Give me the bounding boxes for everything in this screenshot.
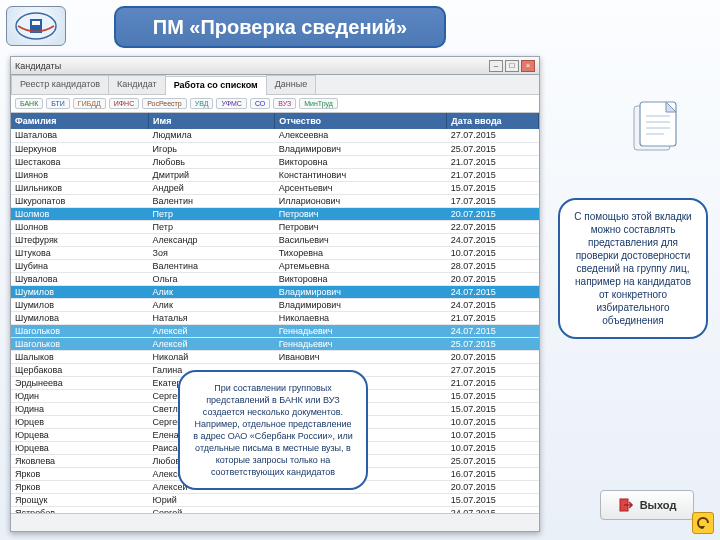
page-title: ПМ «Проверка сведений» xyxy=(153,16,407,39)
filter-РосРеестр[interactable]: РосРеестр xyxy=(142,98,187,109)
table-row[interactable]: ШумиловАликВладимирович24.07.2015 xyxy=(11,298,539,311)
exit-icon xyxy=(618,497,634,513)
table-row[interactable]: ШестаковаЛюбовьВикторовна21.07.2015 xyxy=(11,155,539,168)
window-max-button[interactable]: □ xyxy=(505,60,519,72)
table-row[interactable]: ШалыковНиколайИванович20.07.2015 xyxy=(11,350,539,363)
col-header[interactable]: Фамилия xyxy=(11,113,149,129)
filter-БАНК[interactable]: БАНК xyxy=(15,98,43,109)
exit-button-label: Выход xyxy=(640,499,677,511)
help-bubble-group-docs: При составлении групповых представлений … xyxy=(178,370,368,490)
col-header[interactable]: Имя xyxy=(149,113,275,129)
table-row[interactable]: ЯрощукЮрий15.07.2015 xyxy=(11,493,539,506)
col-header[interactable]: Дата ввода xyxy=(447,113,539,129)
tab-1[interactable]: Кандидат xyxy=(108,75,166,94)
return-arrow-icon xyxy=(696,516,710,530)
table-row[interactable]: ШумиловаНатальяНиколаевна21.07.2015 xyxy=(11,311,539,324)
table-row[interactable]: ШкуропатовВалентинИлларионович17.07.2015 xyxy=(11,194,539,207)
org-logo xyxy=(6,6,66,46)
table-row[interactable]: ШильниковАндрейАрсентьевич15.07.2015 xyxy=(11,181,539,194)
tab-2[interactable]: Работа со списком xyxy=(165,76,267,95)
filter-bar: БАНКБТИГИБДДИФНСРосРеестрУВДУФМССОВУЗМин… xyxy=(11,95,539,113)
filter-УФМС[interactable]: УФМС xyxy=(216,98,246,109)
filter-МинТруд[interactable]: МинТруд xyxy=(299,98,338,109)
table-row[interactable]: ШеркуновИгорьВладимирович25.07.2015 xyxy=(11,142,539,155)
table-row[interactable]: ШияновДмитрийКонстантинович21.07.2015 xyxy=(11,168,539,181)
filter-БТИ[interactable]: БТИ xyxy=(46,98,70,109)
tab-3[interactable]: Данные xyxy=(266,75,317,94)
table-row[interactable]: ШагольковАлексейГеннадьевич25.07.2015 xyxy=(11,337,539,350)
window-titlebar: Кандидаты – □ × xyxy=(11,57,539,75)
help-bubble-list-tab: С помощью этой вкладки можно составлять … xyxy=(558,198,708,339)
filter-СО[interactable]: СО xyxy=(250,98,270,109)
table-row[interactable]: ШуваловаОльгаВикторовна20.07.2015 xyxy=(11,272,539,285)
table-row[interactable]: ШаталоваЛюдмилаАлексеевна27.07.2015 xyxy=(11,129,539,142)
page-title-chip: ПМ «Проверка сведений» xyxy=(114,6,446,48)
filter-УВД[interactable]: УВД xyxy=(190,98,214,109)
tab-0[interactable]: Реестр кандидатов xyxy=(11,75,109,94)
table-row[interactable]: ШтуковаЗояТихоревна10.07.2015 xyxy=(11,246,539,259)
tab-bar: Реестр кандидатовКандидатРабота со списк… xyxy=(11,75,539,95)
svg-rect-2 xyxy=(32,21,40,25)
document-icon xyxy=(626,100,686,156)
table-row[interactable]: ШагольковАлексейГеннадьевич24.07.2015 xyxy=(11,324,539,337)
nav-return-button[interactable] xyxy=(692,512,714,534)
filter-ИФНС[interactable]: ИФНС xyxy=(109,98,139,109)
table-row[interactable]: ШтефурякАлександрВасильевич24.07.2015 xyxy=(11,233,539,246)
window-min-button[interactable]: – xyxy=(489,60,503,72)
window-statusbar xyxy=(11,513,539,531)
window-title-text: Кандидаты xyxy=(15,61,61,71)
exit-button[interactable]: Выход xyxy=(600,490,694,520)
table-row[interactable]: ШолмовПетрПетрович20.07.2015 xyxy=(11,207,539,220)
window-close-button[interactable]: × xyxy=(521,60,535,72)
col-header[interactable]: Отчество xyxy=(275,113,447,129)
filter-ГИБДД[interactable]: ГИБДД xyxy=(73,98,106,109)
table-row[interactable]: ШубинаВалентинаАртемьевна28.07.2015 xyxy=(11,259,539,272)
filter-ВУЗ[interactable]: ВУЗ xyxy=(273,98,296,109)
table-row[interactable]: ШумиловАликВладимирович24.07.2015 xyxy=(11,285,539,298)
table-row[interactable]: ШолновПетрПетрович22.07.2015 xyxy=(11,220,539,233)
